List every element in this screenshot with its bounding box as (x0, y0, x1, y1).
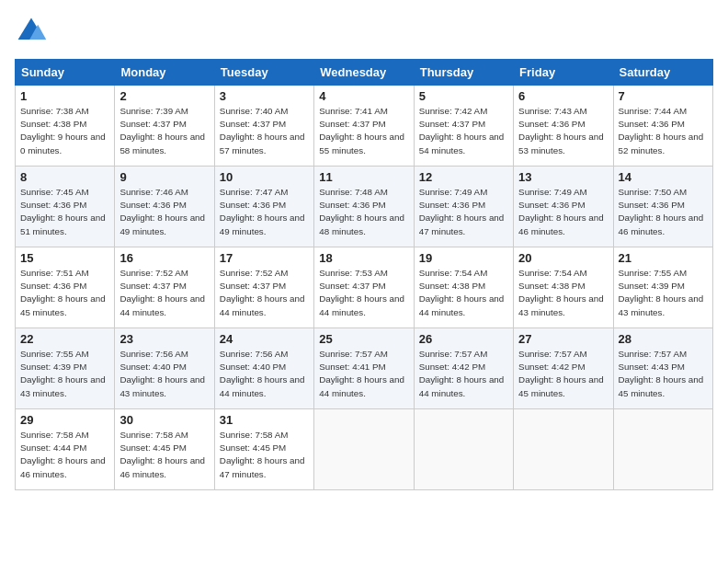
day-detail: Sunrise: 7:56 AMSunset: 4:40 PMDaylight:… (119, 348, 209, 400)
weekday-header-sunday: Sunday (16, 60, 115, 86)
calendar-cell: 25Sunrise: 7:57 AMSunset: 4:41 PMDayligh… (314, 328, 414, 409)
day-detail: Sunrise: 7:50 AMSunset: 4:36 PMDaylight:… (619, 186, 708, 238)
calendar-cell: 7Sunrise: 7:44 AMSunset: 4:36 PMDaylight… (613, 86, 712, 167)
calendar-cell: 2Sunrise: 7:39 AMSunset: 4:37 PMDaylight… (115, 86, 214, 167)
calendar-cell: 5Sunrise: 7:42 AMSunset: 4:37 PMDaylight… (414, 86, 513, 167)
day-number: 5 (419, 89, 508, 103)
day-number: 9 (119, 170, 209, 184)
day-detail: Sunrise: 7:57 AMSunset: 4:43 PMDaylight:… (619, 348, 708, 400)
day-number: 15 (20, 251, 109, 265)
day-number: 17 (220, 251, 309, 265)
day-detail: Sunrise: 7:45 AMSunset: 4:36 PMDaylight:… (20, 186, 109, 238)
calendar-cell (414, 409, 513, 490)
weekday-header-friday: Friday (514, 60, 613, 86)
day-detail: Sunrise: 7:52 AMSunset: 4:37 PMDaylight:… (119, 267, 209, 319)
day-number: 30 (119, 413, 209, 427)
day-number: 31 (220, 413, 309, 427)
calendar-cell: 29Sunrise: 7:58 AMSunset: 4:44 PMDayligh… (16, 409, 115, 490)
calendar-cell: 18Sunrise: 7:53 AMSunset: 4:37 PMDayligh… (314, 247, 414, 328)
calendar-cell: 30Sunrise: 7:58 AMSunset: 4:45 PMDayligh… (115, 409, 214, 490)
day-detail: Sunrise: 7:42 AMSunset: 4:37 PMDaylight:… (419, 105, 508, 157)
day-detail: Sunrise: 7:41 AMSunset: 4:37 PMDaylight:… (319, 105, 408, 157)
day-detail: Sunrise: 7:57 AMSunset: 4:42 PMDaylight:… (419, 348, 508, 400)
day-detail: Sunrise: 7:56 AMSunset: 4:40 PMDaylight:… (220, 348, 309, 400)
day-number: 11 (319, 170, 408, 184)
calendar-cell: 14Sunrise: 7:50 AMSunset: 4:36 PMDayligh… (613, 167, 712, 247)
day-detail: Sunrise: 7:38 AMSunset: 4:38 PMDaylight:… (20, 105, 109, 157)
day-number: 13 (518, 170, 608, 184)
day-number: 12 (419, 170, 508, 184)
day-number: 23 (119, 332, 209, 346)
calendar-cell: 21Sunrise: 7:55 AMSunset: 4:39 PMDayligh… (613, 247, 712, 328)
day-number: 27 (518, 332, 608, 346)
calendar-cell: 15Sunrise: 7:51 AMSunset: 4:36 PMDayligh… (16, 247, 115, 328)
calendar-cell: 12Sunrise: 7:49 AMSunset: 4:36 PMDayligh… (414, 167, 513, 247)
day-detail: Sunrise: 7:49 AMSunset: 4:36 PMDaylight:… (419, 186, 508, 238)
day-detail: Sunrise: 7:57 AMSunset: 4:42 PMDaylight:… (518, 348, 608, 400)
day-detail: Sunrise: 7:54 AMSunset: 4:38 PMDaylight:… (419, 267, 508, 319)
calendar-cell (514, 409, 613, 490)
calendar-cell: 31Sunrise: 7:58 AMSunset: 4:45 PMDayligh… (214, 409, 313, 490)
day-detail: Sunrise: 7:49 AMSunset: 4:36 PMDaylight:… (518, 186, 608, 238)
weekday-header-thursday: Thursday (414, 60, 513, 86)
logo (15, 15, 51, 48)
calendar-cell (314, 409, 414, 490)
day-number: 18 (319, 251, 408, 265)
day-number: 25 (319, 332, 408, 346)
day-detail: Sunrise: 7:53 AMSunset: 4:37 PMDaylight:… (319, 267, 408, 319)
calendar-cell: 4Sunrise: 7:41 AMSunset: 4:37 PMDaylight… (314, 86, 414, 167)
calendar-cell: 8Sunrise: 7:45 AMSunset: 4:36 PMDaylight… (16, 167, 115, 247)
weekday-header-tuesday: Tuesday (214, 60, 313, 86)
day-number: 20 (518, 251, 608, 265)
calendar-cell: 10Sunrise: 7:47 AMSunset: 4:36 PMDayligh… (214, 167, 313, 247)
calendar-cell: 11Sunrise: 7:48 AMSunset: 4:36 PMDayligh… (314, 167, 414, 247)
day-number: 26 (419, 332, 508, 346)
calendar-cell: 28Sunrise: 7:57 AMSunset: 4:43 PMDayligh… (613, 328, 712, 409)
day-number: 2 (119, 89, 209, 103)
day-detail: Sunrise: 7:58 AMSunset: 4:45 PMDaylight:… (119, 429, 209, 481)
logo-icon (15, 15, 48, 48)
day-number: 10 (220, 170, 309, 184)
day-detail: Sunrise: 7:58 AMSunset: 4:44 PMDaylight:… (20, 429, 109, 481)
calendar-cell: 26Sunrise: 7:57 AMSunset: 4:42 PMDayligh… (414, 328, 513, 409)
calendar-cell: 13Sunrise: 7:49 AMSunset: 4:36 PMDayligh… (514, 167, 613, 247)
day-number: 24 (220, 332, 309, 346)
day-detail: Sunrise: 7:55 AMSunset: 4:39 PMDaylight:… (20, 348, 109, 400)
day-number: 19 (419, 251, 508, 265)
calendar-cell: 19Sunrise: 7:54 AMSunset: 4:38 PMDayligh… (414, 247, 513, 328)
day-number: 4 (319, 89, 408, 103)
day-detail: Sunrise: 7:51 AMSunset: 4:36 PMDaylight:… (20, 267, 109, 319)
day-number: 29 (20, 413, 109, 427)
day-detail: Sunrise: 7:39 AMSunset: 4:37 PMDaylight:… (119, 105, 209, 157)
calendar-cell: 22Sunrise: 7:55 AMSunset: 4:39 PMDayligh… (16, 328, 115, 409)
day-detail: Sunrise: 7:58 AMSunset: 4:45 PMDaylight:… (220, 429, 309, 481)
day-detail: Sunrise: 7:46 AMSunset: 4:36 PMDaylight:… (119, 186, 209, 238)
calendar-cell: 6Sunrise: 7:43 AMSunset: 4:36 PMDaylight… (514, 86, 613, 167)
calendar-cell: 24Sunrise: 7:56 AMSunset: 4:40 PMDayligh… (214, 328, 313, 409)
calendar-cell: 3Sunrise: 7:40 AMSunset: 4:37 PMDaylight… (214, 86, 313, 167)
day-number: 1 (20, 89, 109, 103)
day-number: 8 (20, 170, 109, 184)
day-detail: Sunrise: 7:55 AMSunset: 4:39 PMDaylight:… (619, 267, 708, 319)
day-detail: Sunrise: 7:44 AMSunset: 4:36 PMDaylight:… (619, 105, 708, 157)
day-number: 3 (220, 89, 309, 103)
calendar-cell: 17Sunrise: 7:52 AMSunset: 4:37 PMDayligh… (214, 247, 313, 328)
weekday-header-monday: Monday (115, 60, 214, 86)
calendar-cell: 20Sunrise: 7:54 AMSunset: 4:38 PMDayligh… (514, 247, 613, 328)
day-detail: Sunrise: 7:52 AMSunset: 4:37 PMDaylight:… (220, 267, 309, 319)
calendar-cell: 1Sunrise: 7:38 AMSunset: 4:38 PMDaylight… (16, 86, 115, 167)
calendar-cell: 27Sunrise: 7:57 AMSunset: 4:42 PMDayligh… (514, 328, 613, 409)
calendar-cell (613, 409, 712, 490)
calendar: SundayMondayTuesdayWednesdayThursdayFrid… (15, 59, 713, 490)
header (15, 15, 713, 48)
day-detail: Sunrise: 7:48 AMSunset: 4:36 PMDaylight:… (319, 186, 408, 238)
day-number: 21 (619, 251, 708, 265)
calendar-cell: 23Sunrise: 7:56 AMSunset: 4:40 PMDayligh… (115, 328, 214, 409)
day-detail: Sunrise: 7:57 AMSunset: 4:41 PMDaylight:… (319, 348, 408, 400)
day-number: 16 (119, 251, 209, 265)
day-number: 6 (518, 89, 608, 103)
weekday-header-saturday: Saturday (613, 60, 712, 86)
weekday-header-wednesday: Wednesday (314, 60, 414, 86)
day-number: 28 (619, 332, 708, 346)
day-number: 7 (619, 89, 708, 103)
